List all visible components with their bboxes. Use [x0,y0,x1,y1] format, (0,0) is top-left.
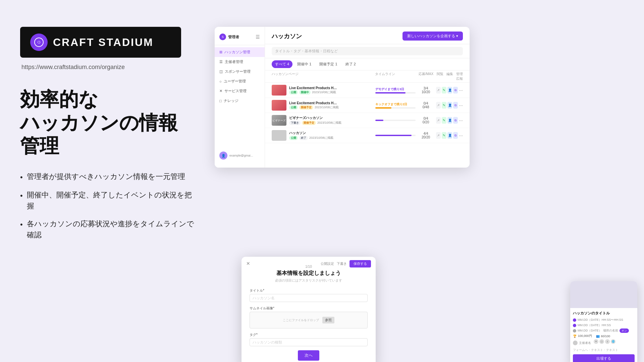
edit-button[interactable]: ✎ [442,102,446,109]
preview-location-name: 場所の名前 [603,328,618,333]
sidebar-logo-icon: S [219,34,226,40]
tab-ended[interactable]: 終了 2 [342,60,359,68]
svg-point-1 [38,41,40,43]
row-meta: 下書き 開催予定 2023/10/08に掲載 [289,121,373,125]
row-actions: ↗ ✎ 👤 ⧉ ··· [436,117,463,124]
view-button[interactable]: ↗ [436,117,441,124]
new-hackathon-button[interactable]: 新しいハッカソンを企画する ▾ [402,32,463,41]
row-date: 2023/10/08に掲載 [317,121,341,125]
copy-button[interactable]: ⧉ [453,102,458,109]
sidebar-item-knowledge[interactable]: □ ナレッジ [215,96,265,106]
row-date: 2023/10/08に掲載 [315,105,339,110]
status-badge: 公開 [289,105,298,110]
form-save-button[interactable]: 保存する [350,260,371,267]
copy-button[interactable]: ⧉ [453,117,458,124]
form-draft-link[interactable]: 下書き [337,261,347,266]
twitter-icon[interactable]: ✕ [594,339,598,344]
app-window: S 管理者 ☰ ⊞ ハッカソン管理 ☰ 主催者管理 ◫ スポンサー管理 ○ ユー… [215,27,470,168]
organizer-icon: ☰ [219,60,223,64]
search-bar: タイトル・タグ・基本情報・日程など [265,44,470,58]
more-button[interactable]: ··· [459,133,463,138]
organizer-avatar [573,341,578,345]
sidebar-menu-icon[interactable]: ☰ [256,34,260,40]
manage-button[interactable]: 👤 [447,132,452,139]
edit-button[interactable]: ✎ [442,132,446,139]
thumbnail-upload-area[interactable]: ここにファイルをドロップ 参照 [250,312,368,328]
tabs-row: すべて 4 開催中 1 開催予定 1 終了 2 [265,58,470,70]
tab-scheduled[interactable]: 開催予定 1 [316,60,340,68]
col-header-page: ハッカソンページ [272,72,354,81]
form-top-actions: 公開設定 下書き 保存する [321,260,371,267]
manage-button[interactable]: 👤 [447,117,452,124]
members-count: 60/100 [601,335,610,338]
sidebar-item-service[interactable]: ✕ サービス管理 [215,86,265,96]
search-input[interactable]: タイトル・タグ・基本情報・日程など [272,47,463,55]
more-button[interactable]: ··· [459,103,463,108]
sidebar-item-sponsor[interactable]: ◫ スポンサー管理 [215,67,265,76]
phase-badge: 終了 [299,136,308,140]
apps-count: 0/4 [418,117,433,120]
preview-title: ハッカソンのタイトル [573,311,635,316]
table-row: Live Excitement Products H… 公開 開催中 2023/… [265,83,470,98]
facebook-icon[interactable]: f [605,339,610,344]
row-info: Live Excitement Products H… 公開 開催中 2023/… [289,86,373,95]
edit-button[interactable]: ✎ [442,117,446,124]
hero-heading: 効率的な ハッカソンの情報管理 [20,87,195,158]
members-icon: 👥 [596,335,600,338]
title-input[interactable] [250,294,368,302]
bullet-1: 管理者が提供すべきハッカソン情報を一元管理 [20,171,195,183]
tab-all[interactable]: すべて 4 [272,60,292,68]
row-title: Live Excitement Products H… [289,86,373,90]
more-button[interactable]: ··· [459,118,463,123]
sidebar-item-user[interactable]: ○ ユーザー管理 [215,76,265,86]
sidebar-item-hackathon[interactable]: ⊞ ハッカソン管理 [215,47,265,57]
brand-icon [30,34,48,51]
table-row: ビギナーズ ビギナーズハッカソン 下書き 開催予定 2023/10/08に掲載 … [265,113,470,128]
timeline-bar-fill [375,107,391,109]
phase-badge: 開催予定 [299,105,313,110]
row-meta: 公開 開催予定 2023/10/08に掲載 [289,105,373,110]
preview-prize: 🏆 100,000円 👥 60/100 [573,334,635,338]
phase-badge-live: 開催中 [299,90,311,95]
sidebar-avatar-area: 👤 example@gmai... [215,148,265,163]
form-field-tag: タグ* ハッカソンの種類 [250,333,368,346]
sidebar-admin-label: 管理者 [228,35,239,40]
form-field-thumbnail: サムネイル画像* ここにファイルをドロップ 参照 [250,306,368,328]
phase-badge: 開催予定 [302,121,316,125]
preview-location: MM.DD（DATE） 場所の名前 オン [573,328,635,333]
more-button[interactable]: ··· [459,87,463,93]
view-button[interactable]: ↗ [436,87,441,94]
web-icon[interactable]: 🌐 [611,339,615,344]
row-thumbnail [272,100,286,111]
instagram-icon[interactable]: ◻ [599,339,604,344]
brand-url: https://www.craftstadium.com/organize [21,64,195,71]
tag-select[interactable]: ハッカソンの種類 [250,338,368,346]
view-button[interactable]: ↗ [436,102,441,109]
view-button[interactable]: ↗ [436,132,441,139]
row-thumbnail: ビギナーズ [272,115,286,126]
edit-button[interactable]: ✎ [442,87,446,94]
form-next-button[interactable]: 次へ [298,350,319,361]
sidebar-item-organizer[interactable]: ☰ 主催者管理 [215,57,265,67]
timeline-bar-bg [375,107,416,109]
tab-live[interactable]: 開催中 1 [294,60,315,68]
preview-join-button[interactable]: 出場する [573,354,635,362]
form-publish-link[interactable]: 公開設定 [321,261,334,266]
copy-button[interactable]: ⧉ [453,87,458,94]
calendar-icon-2 [573,324,576,327]
manage-button[interactable]: 👤 [447,102,452,109]
preview-description: フォームへ・テキスト・テキスト [573,348,635,352]
sidebar-item-label-hackathon: ハッカソン管理 [224,50,250,55]
row-actions: ↗ ✎ 👤 ⧉ ··· [436,87,463,94]
form-close-button[interactable]: ✕ [246,261,250,266]
preview-location-date: MM.DD（DATE） [578,328,602,333]
timeline-label: キックオフまで残り2日 [375,102,416,107]
row-info: Live Excitement Products H… 公開 開催予定 2023… [289,101,373,110]
row-date: 2023/10/08に掲載 [309,136,333,140]
form-subtext: 必須の項目にはアスタリスクが付いています [250,278,368,283]
copy-button[interactable]: ⧉ [453,132,458,139]
location-icon [573,329,576,333]
sidebar-item-label-service: サービス管理 [224,88,247,94]
manage-button[interactable]: 👤 [447,87,452,94]
thumbnail-browse-button[interactable]: 参照 [322,317,334,323]
